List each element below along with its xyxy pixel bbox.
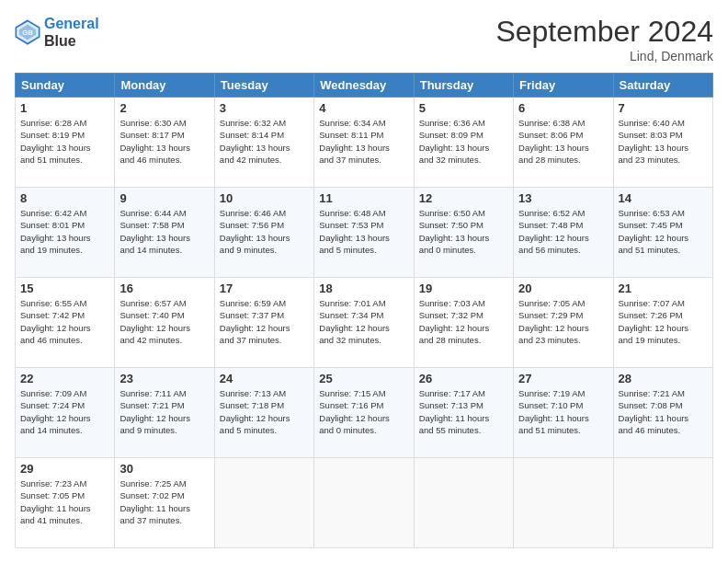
- day-info: Sunrise: 6:38 AMSunset: 8:06 PMDaylight:…: [518, 117, 608, 166]
- day-info: Sunrise: 7:21 AMSunset: 7:08 PMDaylight:…: [619, 387, 708, 436]
- page: GB General Blue September 2024 Lind, Den…: [0, 0, 728, 563]
- calendar-cell: 4Sunrise: 6:34 AMSunset: 8:11 PMDaylight…: [314, 98, 414, 188]
- calendar-cell: 15Sunrise: 6:55 AMSunset: 7:42 PMDayligh…: [16, 278, 115, 368]
- day-number: 5: [419, 101, 508, 115]
- day-number: 30: [119, 462, 209, 476]
- day-info: Sunrise: 6:30 AMSunset: 8:17 PMDaylight:…: [119, 117, 209, 166]
- day-header-monday: Monday: [115, 74, 214, 98]
- day-info: Sunrise: 6:48 AMSunset: 7:53 PMDaylight:…: [319, 207, 408, 256]
- logo-line1: General: [44, 16, 99, 31]
- day-info: Sunrise: 6:52 AMSunset: 7:48 PMDaylight:…: [518, 207, 608, 256]
- header: GB General Blue September 2024 Lind, Den…: [15, 15, 713, 63]
- calendar-cell: 13Sunrise: 6:52 AMSunset: 7:48 PMDayligh…: [514, 188, 613, 278]
- day-info: Sunrise: 7:07 AMSunset: 7:26 PMDaylight:…: [619, 297, 708, 346]
- day-info: Sunrise: 6:40 AMSunset: 8:03 PMDaylight:…: [619, 117, 708, 166]
- calendar-cell: 21Sunrise: 7:07 AMSunset: 7:26 PMDayligh…: [613, 278, 712, 368]
- day-number: 18: [319, 282, 408, 295]
- day-number: 27: [518, 372, 608, 385]
- calendar-cell: 5Sunrise: 6:36 AMSunset: 8:09 PMDaylight…: [414, 98, 513, 188]
- day-number: 8: [20, 191, 109, 205]
- day-header-sunday: Sunday: [16, 74, 115, 98]
- day-header-saturday: Saturday: [613, 74, 712, 98]
- day-info: Sunrise: 6:50 AMSunset: 7:50 PMDaylight:…: [419, 207, 508, 256]
- calendar-cell: [514, 458, 613, 548]
- day-info: Sunrise: 7:11 AMSunset: 7:21 PMDaylight:…: [119, 387, 209, 436]
- calendar-cell: 20Sunrise: 7:05 AMSunset: 7:29 PMDayligh…: [514, 278, 613, 368]
- day-number: 13: [518, 191, 608, 205]
- calendar-cell: 11Sunrise: 6:48 AMSunset: 7:53 PMDayligh…: [314, 188, 414, 278]
- calendar-cell: 28Sunrise: 7:21 AMSunset: 7:08 PMDayligh…: [613, 368, 712, 458]
- day-header-tuesday: Tuesday: [214, 74, 313, 98]
- calendar-cell: 12Sunrise: 6:50 AMSunset: 7:50 PMDayligh…: [414, 188, 513, 278]
- day-header-thursday: Thursday: [414, 74, 513, 98]
- calendar-cell: 25Sunrise: 7:15 AMSunset: 7:16 PMDayligh…: [314, 368, 414, 458]
- day-info: Sunrise: 7:03 AMSunset: 7:32 PMDaylight:…: [419, 297, 508, 346]
- day-number: 19: [419, 282, 508, 295]
- calendar-cell: 10Sunrise: 6:46 AMSunset: 7:56 PMDayligh…: [214, 188, 313, 278]
- day-info: Sunrise: 7:13 AMSunset: 7:18 PMDaylight:…: [220, 387, 309, 436]
- day-number: 1: [20, 101, 109, 115]
- day-info: Sunrise: 7:23 AMSunset: 7:05 PMDaylight:…: [20, 477, 109, 526]
- calendar-cell: 3Sunrise: 6:32 AMSunset: 8:14 PMDaylight…: [214, 98, 313, 188]
- day-info: Sunrise: 6:44 AMSunset: 7:58 PMDaylight:…: [119, 207, 209, 256]
- day-number: 23: [119, 372, 209, 385]
- calendar-cell: 7Sunrise: 6:40 AMSunset: 8:03 PMDaylight…: [613, 98, 712, 188]
- logo-text: General Blue: [44, 15, 99, 50]
- day-info: Sunrise: 7:09 AMSunset: 7:24 PMDaylight:…: [20, 387, 109, 436]
- day-info: Sunrise: 7:17 AMSunset: 7:13 PMDaylight:…: [419, 387, 508, 436]
- day-number: 4: [319, 101, 408, 115]
- day-info: Sunrise: 6:42 AMSunset: 8:01 PMDaylight:…: [20, 207, 109, 256]
- day-info: Sunrise: 6:28 AMSunset: 8:19 PMDaylight:…: [20, 117, 109, 166]
- day-info: Sunrise: 6:59 AMSunset: 7:37 PMDaylight:…: [220, 297, 309, 346]
- calendar-cell: [214, 458, 313, 548]
- day-header-friday: Friday: [514, 74, 613, 98]
- calendar-cell: 1Sunrise: 6:28 AMSunset: 8:19 PMDaylight…: [16, 98, 115, 188]
- day-info: Sunrise: 6:53 AMSunset: 7:45 PMDaylight:…: [619, 207, 708, 256]
- day-info: Sunrise: 7:05 AMSunset: 7:29 PMDaylight:…: [518, 297, 608, 346]
- day-info: Sunrise: 6:34 AMSunset: 8:11 PMDaylight:…: [319, 117, 408, 166]
- day-info: Sunrise: 6:55 AMSunset: 7:42 PMDaylight:…: [20, 297, 109, 346]
- location: Lind, Denmark: [495, 49, 713, 63]
- day-number: 26: [419, 372, 508, 385]
- day-number: 11: [319, 191, 408, 205]
- calendar-cell: [314, 458, 414, 548]
- logo-line2: Blue: [44, 32, 99, 50]
- calendar-cell: 29Sunrise: 7:23 AMSunset: 7:05 PMDayligh…: [16, 458, 115, 548]
- day-number: 12: [419, 191, 508, 205]
- day-number: 9: [119, 191, 209, 205]
- calendar-cell: 6Sunrise: 6:38 AMSunset: 8:06 PMDaylight…: [514, 98, 613, 188]
- day-number: 21: [619, 282, 708, 295]
- svg-text:GB: GB: [22, 29, 33, 37]
- day-info: Sunrise: 7:19 AMSunset: 7:10 PMDaylight:…: [518, 387, 608, 436]
- calendar-week-1: 1Sunrise: 6:28 AMSunset: 8:19 PMDaylight…: [16, 98, 713, 188]
- calendar-cell: 27Sunrise: 7:19 AMSunset: 7:10 PMDayligh…: [514, 368, 613, 458]
- calendar-cell: 23Sunrise: 7:11 AMSunset: 7:21 PMDayligh…: [115, 368, 214, 458]
- calendar-cell: [613, 458, 712, 548]
- calendar-cell: 9Sunrise: 6:44 AMSunset: 7:58 PMDaylight…: [115, 188, 214, 278]
- calendar-cell: 17Sunrise: 6:59 AMSunset: 7:37 PMDayligh…: [214, 278, 313, 368]
- day-number: 16: [119, 282, 209, 295]
- day-header-wednesday: Wednesday: [314, 74, 414, 98]
- day-number: 10: [220, 191, 309, 205]
- calendar-cell: 16Sunrise: 6:57 AMSunset: 7:40 PMDayligh…: [115, 278, 214, 368]
- day-number: 24: [220, 372, 309, 385]
- day-info: Sunrise: 6:32 AMSunset: 8:14 PMDaylight:…: [220, 117, 309, 166]
- month-title: September 2024: [495, 15, 713, 49]
- calendar-table: SundayMondayTuesdayWednesdayThursdayFrid…: [15, 73, 713, 548]
- calendar-week-3: 15Sunrise: 6:55 AMSunset: 7:42 PMDayligh…: [16, 278, 713, 368]
- day-number: 15: [20, 282, 109, 295]
- calendar-header-row: SundayMondayTuesdayWednesdayThursdayFrid…: [16, 74, 713, 98]
- calendar-cell: 24Sunrise: 7:13 AMSunset: 7:18 PMDayligh…: [214, 368, 313, 458]
- day-info: Sunrise: 6:57 AMSunset: 7:40 PMDaylight:…: [119, 297, 209, 346]
- day-number: 17: [220, 282, 309, 295]
- logo: GB General Blue: [15, 15, 99, 50]
- calendar-week-5: 29Sunrise: 7:23 AMSunset: 7:05 PMDayligh…: [16, 458, 713, 548]
- calendar-cell: 22Sunrise: 7:09 AMSunset: 7:24 PMDayligh…: [16, 368, 115, 458]
- calendar-week-4: 22Sunrise: 7:09 AMSunset: 7:24 PMDayligh…: [16, 368, 713, 458]
- logo-icon: GB: [15, 19, 40, 45]
- calendar-cell: 30Sunrise: 7:25 AMSunset: 7:02 PMDayligh…: [115, 458, 214, 548]
- day-info: Sunrise: 7:25 AMSunset: 7:02 PMDaylight:…: [119, 477, 209, 526]
- calendar-week-2: 8Sunrise: 6:42 AMSunset: 8:01 PMDaylight…: [16, 188, 713, 278]
- day-number: 25: [319, 372, 408, 385]
- day-number: 2: [119, 101, 209, 115]
